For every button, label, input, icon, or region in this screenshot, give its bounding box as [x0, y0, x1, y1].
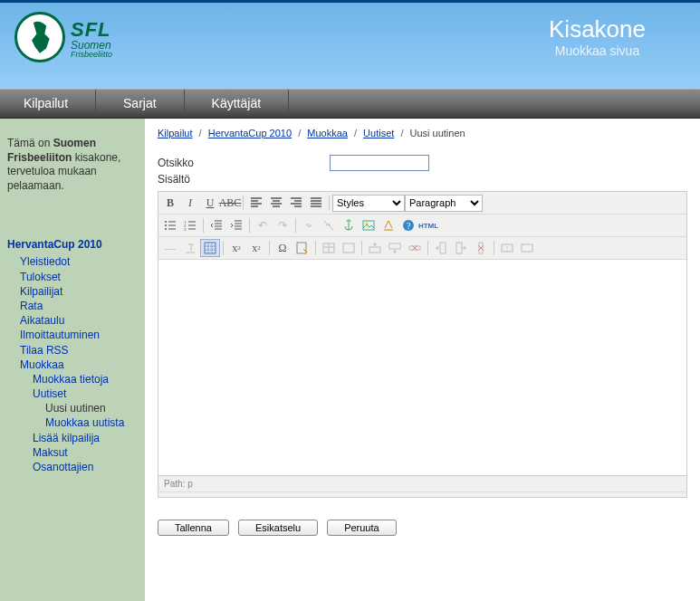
sidebar-item-uusi-uutinen[interactable]: Uusi uutinen [45, 401, 138, 415]
nav-kayttajat[interactable]: Käyttäjät [185, 90, 289, 118]
separator-icon [203, 218, 204, 233]
unlink-button[interactable] [319, 216, 339, 234]
sidebar: Tämä on Suomen Frisbeeliiton kisakone, t… [0, 119, 145, 601]
svg-rect-10 [205, 243, 216, 253]
align-center-button[interactable] [266, 194, 286, 212]
remove-format-button[interactable] [180, 239, 200, 257]
underline-button[interactable]: U [200, 194, 220, 212]
delete-col-button[interactable] [471, 239, 491, 257]
sidebar-competition-title[interactable]: HervantaCup 2010 [7, 238, 138, 251]
outdent-button[interactable] [206, 216, 226, 234]
table-props-button[interactable] [339, 239, 359, 257]
svg-text:3: 3 [184, 227, 187, 232]
sidebar-item-aikataulu[interactable]: Aikataulu [20, 313, 138, 328]
bullet-list-button[interactable] [160, 216, 180, 234]
delete-row-button[interactable] [405, 239, 425, 257]
sidebar-item-tilaa-rss[interactable]: Tilaa RSS [20, 343, 138, 358]
col-after-button[interactable] [451, 239, 471, 257]
image-button[interactable] [359, 216, 379, 234]
sidebar-item-yleistiedot[interactable]: Yleistiedot [20, 254, 138, 269]
row-after-button[interactable] [385, 239, 405, 257]
strikethrough-button[interactable]: ABC [220, 194, 240, 212]
sidebar-item-muokkaa-tietoja[interactable]: Muokkaa tietoja [33, 372, 138, 386]
split-cell-button[interactable] [497, 239, 517, 257]
svg-rect-11 [297, 243, 306, 253]
breadcrumb-kilpailut[interactable]: Kilpailut [158, 128, 193, 138]
cleanup-button[interactable] [379, 216, 398, 234]
svg-rect-18 [456, 243, 462, 253]
svg-rect-15 [389, 243, 400, 249]
editor-resize-handle[interactable] [158, 491, 686, 497]
svg-rect-14 [369, 247, 380, 253]
sidebar-item-maksut[interactable]: Maksut [33, 445, 138, 460]
otsikko-label: Otsikko [158, 157, 330, 169]
header-title: Kisakone Muokkaa sivua [549, 15, 646, 58]
separator-icon [269, 241, 270, 255]
svg-rect-17 [440, 243, 446, 253]
link-button[interactable] [299, 216, 319, 234]
separator-icon [329, 196, 330, 210]
nav-sarjat[interactable]: Sarjat [96, 90, 185, 118]
logo[interactable]: SFL Suomen Frisbeeliitto [14, 12, 112, 62]
separator-icon [243, 196, 244, 210]
styles-select[interactable]: Styles [332, 195, 405, 212]
separator-icon [223, 241, 224, 255]
table-button[interactable] [319, 239, 339, 257]
separator-icon [494, 241, 494, 255]
sidebar-intro: Tämä on Suomen Frisbeeliiton kisakone, t… [7, 137, 138, 193]
special-char-button[interactable]: Ω [273, 239, 292, 257]
preview-button[interactable]: Esikatselu [238, 520, 318, 536]
align-left-button[interactable] [246, 194, 266, 212]
number-list-button[interactable]: 123 [180, 216, 200, 234]
separator-icon [295, 218, 296, 233]
bold-button[interactable]: B [160, 194, 180, 212]
editor-content-area[interactable] [158, 260, 686, 475]
separator-icon [361, 241, 362, 255]
anchor-button[interactable] [339, 216, 359, 234]
header: SFL Suomen Frisbeeliitto Kisakone Muokka… [0, 0, 700, 89]
nav-kilpailut[interactable]: Kilpailut [0, 90, 96, 118]
logo-frisbee: Frisbeeliitto [71, 51, 112, 59]
merge-cell-button[interactable] [517, 239, 537, 257]
subscript-button[interactable]: x2 [226, 239, 246, 257]
row-before-button[interactable] [365, 239, 385, 257]
sidebar-item-lisaa-kilpailija[interactable]: Lisää kilpailija [33, 431, 138, 445]
redo-button[interactable]: ↷ [273, 216, 292, 234]
sidebar-item-uutiset[interactable]: Uutiset [33, 386, 138, 401]
cancel-button[interactable]: Peruuta [327, 520, 397, 536]
breadcrumb-current: Uusi uutinen [410, 128, 465, 138]
edit-css-button[interactable] [292, 239, 312, 257]
sidebar-item-kilpailijat[interactable]: Kilpailijat [20, 284, 138, 299]
logo-text: SFL Suomen Frisbeeliitto [71, 20, 112, 59]
indent-button[interactable] [226, 216, 246, 234]
italic-button[interactable]: I [180, 194, 200, 212]
save-button[interactable]: Tallenna [158, 520, 229, 536]
help-button[interactable]: ? [398, 216, 418, 234]
breadcrumb-muokkaa[interactable]: Muokkaa [307, 128, 348, 138]
align-right-button[interactable] [286, 194, 306, 212]
superscript-button[interactable]: x2 [246, 239, 266, 257]
undo-button[interactable]: ↶ [253, 216, 273, 234]
logo-sfl: SFL [71, 20, 112, 40]
logo-suomen: Suomen [71, 40, 112, 51]
sidebar-item-osanottajien[interactable]: Osanottajien [33, 460, 138, 474]
html-button[interactable]: HTML [418, 216, 438, 234]
col-before-button[interactable] [431, 239, 451, 257]
breadcrumb-uutiset[interactable]: Uutiset [363, 128, 394, 138]
breadcrumb-hervantacup[interactable]: HervantaCup 2010 [208, 128, 292, 138]
paragraph-select[interactable]: Paragraph [405, 195, 483, 212]
hr-button[interactable]: — [160, 239, 180, 257]
toggle-guidelines-button[interactable] [200, 239, 220, 257]
sidebar-item-muokkaa-uutista[interactable]: Muokkaa uutista [45, 415, 138, 430]
sidebar-item-tulokset[interactable]: Tulokset [20, 270, 138, 284]
otsikko-input[interactable] [330, 155, 429, 171]
sidebar-item-muokkaa[interactable]: Muokkaa [20, 358, 138, 372]
separator-icon [315, 241, 316, 255]
sidebar-item-rata[interactable]: Rata [20, 299, 138, 313]
sisalto-label: Sisältö [158, 173, 190, 186]
align-justify-button[interactable] [306, 194, 326, 212]
sidebar-item-ilmoittautuminen[interactable]: Ilmoittautuminen [20, 328, 138, 342]
svg-point-0 [165, 221, 167, 223]
breadcrumb: Kilpailut / HervantaCup 2010 / Muokkaa /… [158, 128, 687, 138]
form-buttons: Tallenna Esikatselu Peruuta [158, 520, 687, 536]
